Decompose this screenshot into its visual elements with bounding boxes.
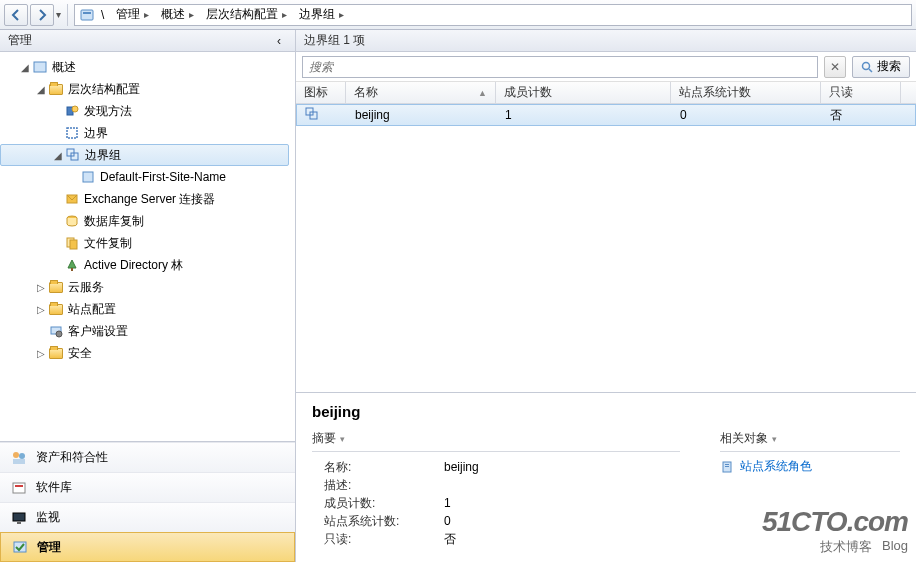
twisty-icon[interactable]: ▷ xyxy=(34,282,48,293)
tree-site-config[interactable]: ▷站点配置 xyxy=(0,298,295,320)
right-panel: 边界组 1 项 ✕ 搜索 图标 名称▲ 成员计数 站点系统计数 只读 beiji… xyxy=(296,30,916,562)
tree-label: Active Directory 林 xyxy=(84,257,183,274)
svg-rect-5 xyxy=(67,128,77,138)
col-readonly[interactable]: 只读 xyxy=(821,82,901,103)
site-role-link[interactable]: 站点系统角色 xyxy=(720,458,900,475)
field-sites-key: 站点系统计数: xyxy=(324,512,444,530)
tree-label: 边界 xyxy=(84,125,108,142)
forward-button[interactable] xyxy=(30,4,54,26)
summary-label: 摘要▾ xyxy=(312,430,680,452)
folder-icon xyxy=(48,81,64,97)
tree-exchange[interactable]: Exchange Server 连接器 xyxy=(0,188,295,210)
assets-icon xyxy=(10,449,28,467)
tree-file-copy[interactable]: 文件复制 xyxy=(0,232,295,254)
breadcrumb-item[interactable]: 概述▸ xyxy=(157,6,200,23)
tree-boundary-group[interactable]: ◢边界组 xyxy=(0,144,289,166)
nav-assets[interactable]: 资产和符合性 xyxy=(0,442,295,472)
svg-rect-30 xyxy=(725,466,729,467)
details-title: beijing xyxy=(312,403,900,420)
svg-point-4 xyxy=(72,106,78,112)
svg-point-24 xyxy=(863,62,870,69)
grid-header: 图标 名称▲ 成员计数 站点系统计数 只读 xyxy=(296,82,916,104)
nav-software[interactable]: 软件库 xyxy=(0,472,295,502)
clear-search-button[interactable]: ✕ xyxy=(824,56,846,78)
chevron-right-icon: ▸ xyxy=(282,9,287,20)
twisty-icon[interactable]: ◢ xyxy=(51,150,65,161)
results-table: 图标 名称▲ 成员计数 站点系统计数 只读 beijing 1 0 否 xyxy=(296,82,916,392)
breadcrumb-item[interactable]: 管理▸ xyxy=(112,6,155,23)
sort-asc-icon: ▲ xyxy=(478,88,487,98)
svg-rect-18 xyxy=(13,459,25,464)
tree-label: 数据库复制 xyxy=(84,213,144,230)
tree-boundary[interactable]: 边界 xyxy=(0,122,295,144)
left-panel-header: 管理 ‹ xyxy=(0,30,295,52)
svg-line-25 xyxy=(869,69,872,72)
row-members-cell: 1 xyxy=(497,108,672,122)
svg-rect-19 xyxy=(13,483,25,493)
chevron-down-icon[interactable]: ▾ xyxy=(340,434,345,444)
chevron-right-icon: ▸ xyxy=(144,9,149,20)
x-icon: ✕ xyxy=(830,60,840,74)
boundary-icon xyxy=(64,125,80,141)
row-sites-cell: 0 xyxy=(672,108,822,122)
tree-security[interactable]: ▷安全 xyxy=(0,342,295,364)
link-label: 站点系统角色 xyxy=(740,458,812,475)
database-icon xyxy=(64,213,80,229)
search-box[interactable] xyxy=(302,56,818,78)
nav-monitor[interactable]: 监视 xyxy=(0,502,295,532)
back-button[interactable] xyxy=(4,4,28,26)
client-settings-icon xyxy=(48,323,64,339)
breadcrumb-item[interactable]: 层次结构配置▸ xyxy=(202,6,293,23)
tree-label: 云服务 xyxy=(68,279,104,296)
tree-label: 概述 xyxy=(52,59,76,76)
tree-label: Exchange Server 连接器 xyxy=(84,191,215,208)
breadcrumb[interactable]: \ 管理▸ 概述▸ 层次结构配置▸ 边界组▸ xyxy=(74,4,912,26)
nav-label: 资产和符合性 xyxy=(36,449,108,466)
twisty-icon[interactable]: ▷ xyxy=(34,348,48,359)
twisty-icon[interactable]: ▷ xyxy=(34,304,48,315)
search-button[interactable]: 搜索 xyxy=(852,56,910,78)
search-input[interactable] xyxy=(303,60,817,74)
folder-icon xyxy=(48,301,64,317)
col-sites[interactable]: 站点系统计数 xyxy=(671,82,821,103)
svg-point-16 xyxy=(13,452,19,458)
left-panel: 管理 ‹ ◢概述 ◢层次结构配置 发现方法 边界 ◢边界组 Default-Fi… xyxy=(0,30,296,562)
tree-overview[interactable]: ◢概述 xyxy=(0,56,295,78)
col-icon[interactable]: 图标 xyxy=(296,82,346,103)
file-copy-icon xyxy=(64,235,80,251)
nav-admin[interactable]: 管理 xyxy=(0,532,295,562)
tree-ad-forest[interactable]: Active Directory 林 xyxy=(0,254,295,276)
field-sites-val: 0 xyxy=(444,512,451,530)
tree-default-site[interactable]: Default-First-Site-Name xyxy=(0,166,295,188)
svg-point-17 xyxy=(19,453,25,459)
nav-tree: ◢概述 ◢层次结构配置 发现方法 边界 ◢边界组 Default-First-S… xyxy=(0,52,295,441)
tree-label: 层次结构配置 xyxy=(68,81,140,98)
field-members-key: 成员计数: xyxy=(324,494,444,512)
svg-rect-1 xyxy=(83,12,91,14)
related-section: 相关对象▾ 站点系统角色 xyxy=(720,430,900,548)
tree-hierarchy[interactable]: ◢层次结构配置 xyxy=(0,78,295,100)
software-icon xyxy=(10,479,28,497)
chevron-down-icon[interactable]: ▾ xyxy=(772,434,777,444)
svg-rect-20 xyxy=(15,485,23,487)
nav-label: 软件库 xyxy=(36,479,72,496)
table-row[interactable]: beijing 1 0 否 xyxy=(296,104,916,126)
site-icon xyxy=(80,169,96,185)
twisty-icon[interactable]: ◢ xyxy=(18,62,32,73)
collapse-left-icon[interactable]: ‹ xyxy=(271,33,287,49)
twisty-icon[interactable]: ◢ xyxy=(34,84,48,95)
tree-db-copy[interactable]: 数据库复制 xyxy=(0,210,295,232)
field-desc-key: 描述: xyxy=(324,476,444,494)
col-members[interactable]: 成员计数 xyxy=(496,82,671,103)
chevron-right-icon: ▸ xyxy=(189,9,194,20)
breadcrumb-item[interactable]: 边界组▸ xyxy=(295,6,350,23)
tree-client-settings[interactable]: 客户端设置 xyxy=(0,320,295,342)
row-readonly-cell: 否 xyxy=(822,107,902,124)
top-toolbar: ▾ \ 管理▸ 概述▸ 层次结构配置▸ 边界组▸ xyxy=(0,0,916,30)
list-header: 边界组 1 项 xyxy=(296,30,916,52)
col-name[interactable]: 名称▲ xyxy=(346,82,496,103)
history-dropdown-icon[interactable]: ▾ xyxy=(56,9,61,20)
tree-cloud[interactable]: ▷云服务 xyxy=(0,276,295,298)
search-button-label: 搜索 xyxy=(877,58,901,75)
tree-discovery[interactable]: 发现方法 xyxy=(0,100,295,122)
